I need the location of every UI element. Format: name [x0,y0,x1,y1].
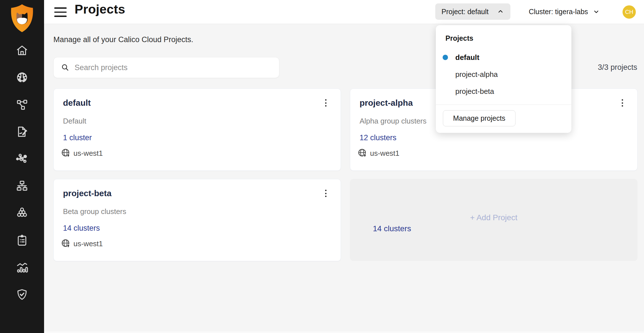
region-row: us-west1 [61,148,103,158]
dropdown-item-label: project-beta [455,87,494,96]
project-card-description: Alpha group clusters [360,117,427,126]
chevron-up-icon [497,8,504,15]
cluster-selector-label: Cluster: tigera-labs [529,8,588,16]
page-subtitle: Manage all of your Calico Cloud Projects… [53,35,193,44]
dropdown-list: default project-alpha project-beta [436,49,571,100]
globe-pin-icon [61,148,71,158]
globe-pin-icon [61,239,71,249]
sitemap-icon [16,180,29,193]
chart-trend-icon [16,261,29,274]
clusters-link[interactable]: 12 clusters [360,133,397,142]
region-row: us-west1 [358,148,399,158]
sidebar-item-threat-defense[interactable] [16,288,29,301]
scrollbar-track [44,331,644,333]
sidebar-item-dashboard[interactable] [16,71,29,84]
stray-clusters-link[interactable]: 14 clusters [373,224,411,233]
search-icon [61,63,69,72]
card-menu-kebab-icon[interactable] [321,97,330,109]
user-avatar[interactable]: CH [623,5,636,19]
dropdown-item-label: project-alpha [455,70,498,79]
project-selector-label: Project: default [441,8,489,16]
selected-project-dot-icon [443,55,448,60]
dropdown-divider [436,105,571,105]
project-card-beta: project-beta Beta group clusters 14 clus… [53,179,341,261]
project-selector-button[interactable]: Project: default [435,3,510,20]
project-card-default: default Default 1 cluster us-west1 [53,88,341,171]
globe-pin-icon [358,148,368,158]
add-project-card[interactable]: + Add Project 14 clusters [350,179,638,261]
shield-check-icon [16,288,29,301]
sidebar-item-networks[interactable] [16,180,29,193]
dropdown-item-label: default [455,53,479,62]
search-input[interactable] [69,63,276,72]
project-card-title: project-alpha [360,98,413,108]
sidebar-item-activity[interactable] [16,261,29,274]
molecule-icon [16,152,29,165]
sidebar [0,0,44,333]
dropdown-item-project-beta[interactable]: project-beta [436,83,571,100]
project-card-description: Beta group clusters [63,207,126,216]
sidebar-item-compliance[interactable] [16,234,29,247]
topology-nodes-icon [16,98,29,111]
sidebar-item-policies[interactable] [16,125,29,138]
region-row: us-west1 [61,239,103,249]
page-title: Projects [75,2,125,17]
cluster-selector-button[interactable]: Cluster: tigera-labs [529,3,600,20]
top-header: Projects Project: default Cluster: tiger… [44,0,644,24]
projects-dropdown: Projects default project-alpha project-b… [436,25,571,133]
chevron-down-icon [593,8,600,15]
hamburger-menu-button[interactable] [54,7,67,17]
circle-cluster-icon [16,207,29,220]
sidebar-item-clusters[interactable] [16,207,29,220]
projects-count: 3/3 projects [598,63,637,72]
region-label: us-west1 [73,239,103,248]
clusters-link[interactable]: 14 clusters [63,224,100,233]
gauge-icon [16,71,29,84]
sidebar-item-service-graph[interactable] [16,152,29,165]
document-edit-icon [16,125,29,138]
calico-logo[interactable] [8,3,36,33]
sidebar-nav [0,44,44,301]
card-menu-kebab-icon[interactable] [321,187,330,200]
card-menu-kebab-icon[interactable] [617,97,627,109]
app-window: Projects Project: default Cluster: tiger… [0,0,644,333]
region-label: us-west1 [73,149,103,158]
dropdown-heading: Projects [445,34,473,42]
dropdown-item-project-alpha[interactable]: project-alpha [436,66,571,83]
home-icon [16,44,29,57]
clusters-link[interactable]: 1 cluster [63,133,92,142]
manage-projects-button[interactable]: Manage projects [443,110,515,126]
add-project-button[interactable]: + Add Project [350,213,638,222]
sidebar-item-home[interactable] [16,44,29,57]
project-card-title: default [63,98,91,108]
calico-shield-icon [8,3,36,33]
clipboard-list-icon [16,234,29,247]
sidebar-item-topology[interactable] [16,98,29,111]
project-card-description: Default [63,117,86,126]
search-box [53,57,279,78]
region-label: us-west1 [370,149,399,158]
dropdown-item-default[interactable]: default [436,49,571,66]
project-card-title: project-beta [63,189,112,198]
